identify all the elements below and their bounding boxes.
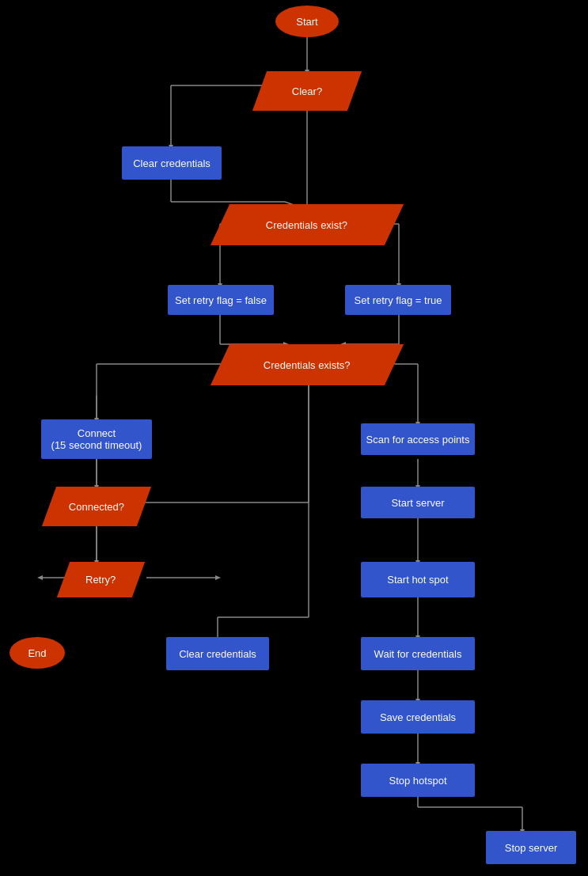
set-retry-false: Set retry flag = false — [168, 285, 274, 315]
connected-diamond: Connected? — [49, 487, 144, 526]
save-credentials: Save credentials — [361, 700, 475, 734]
retry-diamond: Retry? — [63, 562, 138, 597]
stop-server: Stop server — [486, 831, 576, 864]
start-node: Start — [275, 6, 339, 37]
svg-marker-39 — [215, 575, 221, 580]
end-node: End — [9, 637, 65, 669]
set-retry-true: Set retry flag = true — [345, 285, 451, 315]
credentials-exist-1-diamond: Credentials exist? — [220, 204, 394, 245]
connect-node: Connect (15 second timeout) — [41, 419, 152, 459]
start-server: Start server — [361, 487, 475, 518]
credentials-exists-2-diamond: Credentials exists? — [220, 344, 394, 385]
clear-diamond: Clear? — [260, 71, 355, 111]
clear-credentials-1: Clear credentials — [122, 146, 222, 180]
scan-access-points: Scan for access points — [361, 423, 475, 455]
clear-credentials-2: Clear credentials — [166, 637, 269, 670]
stop-hotspot: Stop hotspot — [361, 764, 475, 797]
start-hotspot: Start hot spot — [361, 562, 475, 597]
wait-for-credentials: Wait for credentials — [361, 637, 475, 670]
svg-marker-41 — [37, 575, 43, 580]
flowchart: Start Clear? Clear credentials Credentia… — [0, 0, 588, 876]
